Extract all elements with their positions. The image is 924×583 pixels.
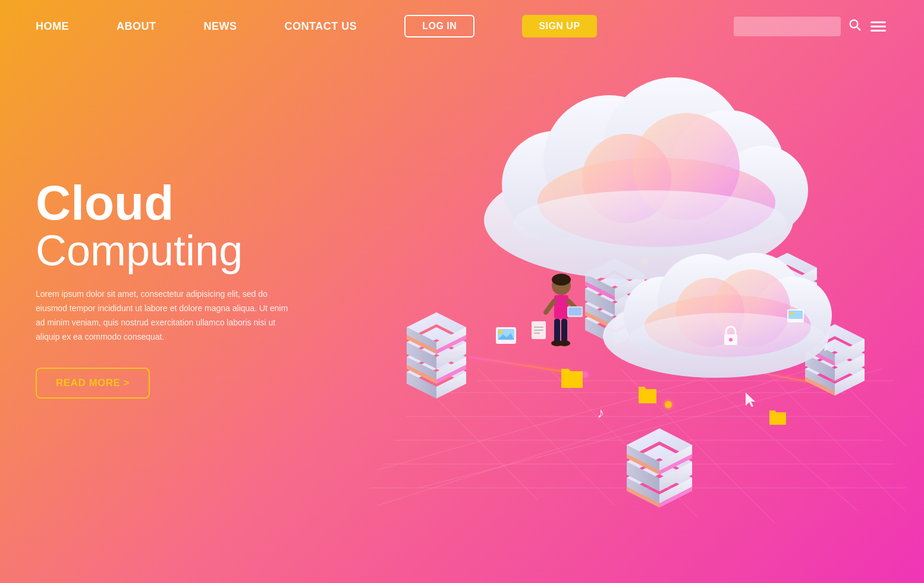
nav-contact[interactable]: CONTACT US	[285, 20, 357, 33]
hero-title-bold: Cloud	[36, 178, 297, 227]
svg-point-117	[552, 274, 571, 286]
svg-rect-118	[554, 295, 568, 319]
search-button[interactable]	[848, 18, 861, 35]
nav-right	[734, 17, 888, 36]
svg-point-28	[665, 401, 672, 408]
svg-rect-133	[639, 390, 656, 403]
svg-text:♪: ♪	[597, 405, 604, 421]
read-more-button[interactable]: READ MORE >	[36, 368, 150, 399]
svg-rect-123	[554, 319, 560, 343]
nav-about[interactable]: ABOUT	[117, 20, 156, 33]
svg-point-0	[850, 20, 858, 28]
svg-rect-124	[561, 319, 567, 343]
svg-point-106	[514, 190, 787, 256]
illustration-svg: ♪ ♪	[359, 36, 924, 583]
nav-links: HOME ABOUT NEWS CONTACT US LOG IN SIGN U…	[36, 15, 710, 37]
hero-illustration: ♪ ♪	[359, 36, 924, 583]
svg-rect-122	[568, 308, 582, 315]
hero-description: Lorem ipsum dolor sit amet, consectetur …	[36, 287, 297, 344]
signup-button[interactable]: SIGN UP	[522, 15, 596, 37]
nav-home[interactable]: HOME	[36, 20, 69, 33]
nav-news[interactable]: NEWS	[204, 20, 237, 33]
svg-rect-131	[561, 374, 583, 388]
svg-text:♪: ♪	[823, 340, 829, 353]
menu-line-3	[870, 30, 886, 32]
svg-marker-140	[746, 393, 755, 407]
svg-point-135	[729, 338, 733, 341]
search-input[interactable]	[734, 17, 841, 36]
svg-rect-141	[769, 414, 786, 425]
svg-point-129	[499, 330, 502, 334]
svg-line-119	[546, 301, 554, 312]
svg-line-1	[857, 27, 861, 31]
navigation: HOME ABOUT NEWS CONTACT US LOG IN SIGN U…	[0, 0, 924, 52]
menu-line-1	[870, 21, 886, 23]
hamburger-menu-button[interactable]	[868, 19, 888, 34]
svg-point-138	[790, 312, 793, 315]
login-button[interactable]: LOG IN	[404, 15, 474, 37]
hero-title-light: Computing	[36, 227, 297, 274]
hero-section: Cloud Computing Lorem ipsum dolor sit am…	[36, 178, 297, 399]
svg-point-126	[558, 340, 570, 346]
svg-point-24	[582, 372, 588, 378]
menu-line-2	[870, 26, 886, 27]
